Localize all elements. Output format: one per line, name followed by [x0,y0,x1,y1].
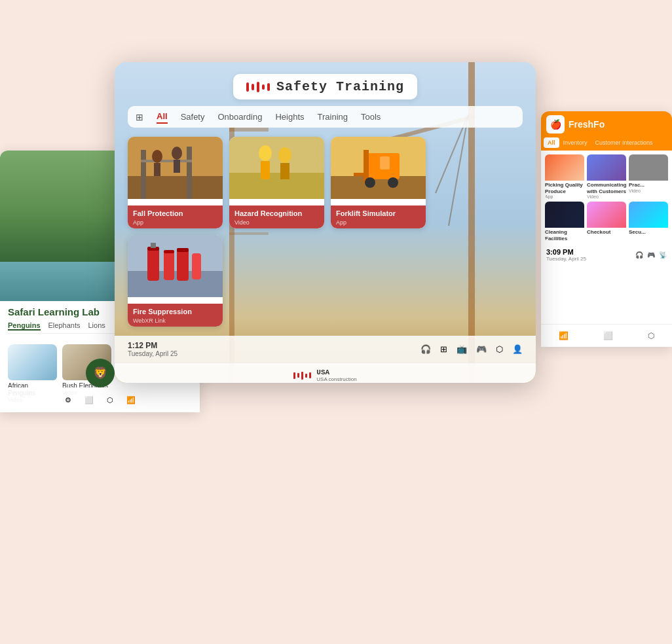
main-status-date: Tuesday, April 25 [128,350,177,357]
fresh-date: Tuesday, April 25 [546,256,586,262]
svg-rect-12 [187,147,192,199]
status-icon-bluetooth: ⬡ [496,344,503,354]
svg-rect-27 [364,150,369,183]
svg-rect-17 [174,160,180,173]
bottom-bar-1 [293,372,295,379]
nav-tab-heights[interactable]: Heights [275,111,304,123]
bottom-bar-4 [305,374,307,378]
home-icon[interactable]: ⊞ [136,112,143,122]
svg-rect-11 [141,150,146,199]
svg-rect-36 [151,243,156,248]
logo-bar-3 [257,82,259,92]
training-card-forklift-image [331,137,426,199]
training-card-fire[interactable]: Fire Suppression WebXR Link [128,235,223,327]
main-panel: Safety Training ⊞ All Safety Onboarding … [115,62,536,383]
safari-tab-elephants[interactable]: Elephants [48,321,81,331]
svg-point-30 [388,177,398,188]
forklift-overlay: Forklift Simulator App [331,206,426,228]
fire-title: Fire Suppression [133,308,217,316]
svg-point-20 [259,145,272,161]
fresh-icon-controller: 🎮 [647,251,655,259]
fresh-nav-tab-customers[interactable]: Customer Interactions [591,137,657,148]
nav-tab-safety[interactable]: Safety [181,111,205,123]
status-icon-user: 👤 [512,344,523,354]
fresh-card-security-image [629,202,668,228]
fresh-card-produce-image [545,154,584,181]
logo-bar-4 [262,84,265,90]
fresh-card-produce-label: Picking Quality Produce [545,182,584,194]
nav-tab-tools[interactable]: Tools [361,111,381,123]
fresh-card-practice-image [629,154,668,181]
logo-bar-5 [267,83,270,91]
fresh-card-cleaning-label: Cleaning Facilities [545,229,584,241]
fresh-icon-cast: 📡 [659,251,667,259]
svg-rect-41 [192,253,201,279]
svg-rect-28 [354,173,367,176]
fresh-cards: Picking Quality Produce App Communicatin… [541,151,672,245]
hazard-svg [229,137,324,199]
fresh-nav-tab-inventory[interactable]: Inventory [559,137,591,148]
safari-tab-lions[interactable]: Lions [88,321,105,331]
svg-rect-39 [177,249,189,281]
fall-protection-svg [128,137,223,199]
bottom-logo-inner: USA USA construction [293,368,356,382]
logo-bar-2 [252,84,254,90]
bottom-bar-3 [301,372,303,380]
main-header: Safety Training [115,62,536,106]
safari-bottom-bar: ⚙ ⬜ ⬡ 📶 [0,387,200,412]
fire-type: WebXR Link [133,317,217,324]
status-icon-cast: 📺 [457,344,467,354]
fire-svg [128,235,223,297]
status-icon-grid: ⊞ [440,344,447,354]
training-card-hazard[interactable]: Hazard Recognition Video [229,137,324,228]
bottom-logo: USA USA construction [293,368,356,382]
hazard-type: Video [234,219,319,226]
fall-protection-overlay: Fall Protection App [128,206,223,228]
main-logo: Safety Training [233,74,417,99]
svg-point-14 [152,150,162,163]
fresh-card-customers[interactable]: Communicating with Customers Video [587,154,626,199]
training-card-hazard-image [229,137,324,199]
fire-overlay: Fire Suppression WebXR Link [128,304,223,327]
training-card-forklift[interactable]: Forklift Simulator App [331,137,426,228]
status-icon-controller: 🎮 [476,344,487,354]
fresh-time: 3:09 PM [546,248,586,256]
main-status-bar: 1:12 PM Tuesday, April 25 🎧 ⊞ 📺 🎮 ⬡ 👤 [115,336,536,363]
nav-tab-onboarding[interactable]: Onboarding [217,111,262,123]
fresh-card-produce[interactable]: Picking Quality Produce App [545,154,584,199]
fresh-card-customers-image [587,154,626,181]
svg-point-22 [278,147,291,163]
nav-tab-all[interactable]: All [157,110,168,124]
fresh-card-practice-type: Video [629,188,668,193]
training-card-fall-protection[interactable]: Fall Protection App [128,137,223,228]
main-cards-area: Fall Protection App [115,128,536,336]
fresh-card-produce-type: App [545,194,584,199]
svg-rect-23 [280,163,289,179]
fresh-logo-text: FreshFo [569,119,605,130]
fresh-nav-tab-all[interactable]: All [544,137,559,148]
fresh-bottom-icon-3: ⬡ [648,331,654,340]
fresh-card-cleaning-image [545,202,584,228]
svg-rect-15 [154,163,160,176]
svg-point-29 [365,177,375,188]
fresh-bottom-bar: 📶 ⬜ ⬡ [541,324,672,347]
fresh-icon-headset: 🎧 [635,251,643,259]
fall-protection-title: Fall Protection [133,209,217,218]
bottom-logo-bars-icon [293,372,311,380]
svg-rect-31 [380,156,390,170]
status-icon-headset: 🎧 [420,344,431,354]
fresh-card-practice[interactable]: Prac... Video [629,154,668,199]
main-content: Safety Training ⊞ All Safety Onboarding … [115,62,536,383]
safari-icon-3: ⬡ [107,396,113,404]
fresh-nav: All Inventory Customer Interactions [541,137,672,151]
fresh-card-cleaning[interactable]: Cleaning Facilities [545,202,584,241]
fresh-card-customers-type: Video [587,194,626,199]
bottom-bar-5 [309,372,311,378]
svg-rect-34 [147,248,159,281]
nav-tab-training[interactable]: Training [318,111,348,123]
safari-tab-penguins[interactable]: Penguins [8,321,41,331]
fresh-bottom-icon-1: 📶 [559,331,569,340]
fresh-card-security[interactable]: Secu... [629,202,668,241]
fresh-card-checkout[interactable]: Checkout [587,202,626,241]
svg-rect-21 [261,161,270,179]
